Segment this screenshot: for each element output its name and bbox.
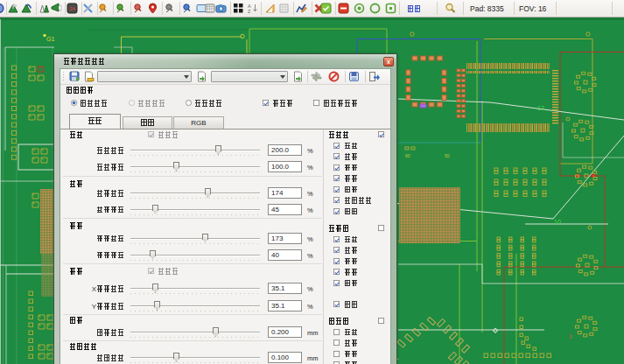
svg-text:Z: Z bbox=[248, 9, 251, 14]
svg-text:12: 12 bbox=[537, 105, 544, 111]
svg-text:24: 24 bbox=[69, 6, 75, 11]
svg-text:60: 60 bbox=[405, 153, 410, 158]
svg-text:1: 1 bbox=[569, 333, 572, 340]
svg-text:50: 50 bbox=[445, 153, 450, 158]
svg-text:G1: G1 bbox=[46, 36, 54, 42]
svg-text:A: A bbox=[248, 4, 251, 9]
svg-text:10: 10 bbox=[554, 219, 561, 225]
